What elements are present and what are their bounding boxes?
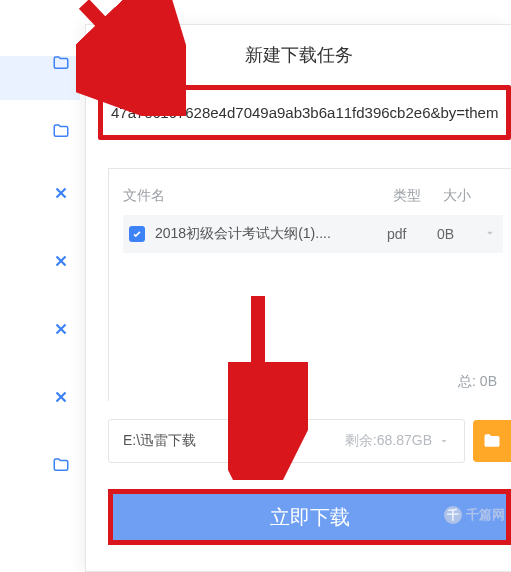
- col-header-type: 类型: [393, 187, 443, 205]
- close-icon: [52, 184, 70, 202]
- watermark-text: 千篇网: [466, 506, 505, 524]
- download-path-value: E:\迅雷下载: [123, 432, 196, 450]
- remaining-space: 剩余:68.87GB: [345, 432, 432, 450]
- modal-title: 新建下载任务: [86, 25, 511, 85]
- chevron-down-icon: [438, 435, 450, 447]
- close-icon: [52, 252, 70, 270]
- file-row[interactable]: 2018初级会计考试大纲(1).... pdf 0B: [123, 215, 503, 253]
- download-button-label: 立即下载: [270, 504, 350, 531]
- background-sidebar: [0, 0, 80, 572]
- watermark-icon: 千: [444, 506, 462, 524]
- folder-icon: [482, 431, 502, 451]
- file-name: 2018初级会计考试大纲(1)....: [155, 225, 387, 243]
- download-path-row: E:\迅雷下载 剩余:68.87GB: [108, 419, 511, 463]
- folder-icon: [52, 122, 70, 140]
- total-size: 总: 0B: [123, 253, 503, 401]
- file-list-header: 文件名 类型 大小: [123, 187, 503, 215]
- download-path-input[interactable]: E:\迅雷下载 剩余:68.87GB: [108, 419, 465, 463]
- file-type: pdf: [387, 226, 437, 242]
- watermark: 千 千篇网: [444, 506, 505, 524]
- url-value: 47a7ec167628e4d7049a9ab3b6a11fd396cb2e6&…: [111, 104, 498, 121]
- close-icon: [52, 320, 70, 338]
- close-icon: [52, 388, 70, 406]
- folder-icon: [52, 54, 70, 72]
- file-list: 文件名 类型 大小 2018初级会计考试大纲(1).... pdf 0B 总: …: [108, 168, 511, 401]
- col-header-size: 大小: [443, 187, 503, 205]
- browse-folder-button[interactable]: [473, 420, 511, 462]
- col-header-name: 文件名: [123, 187, 393, 205]
- file-size: 0B: [437, 226, 483, 242]
- checkbox-checked[interactable]: [129, 226, 145, 242]
- url-input[interactable]: 47a7ec167628e4d7049a9ab3b6a11fd396cb2e6&…: [98, 85, 511, 140]
- chevron-down-icon[interactable]: [483, 226, 497, 243]
- new-download-modal: 新建下载任务 47a7ec167628e4d7049a9ab3b6a11fd39…: [85, 24, 511, 572]
- folder-icon: [52, 456, 70, 474]
